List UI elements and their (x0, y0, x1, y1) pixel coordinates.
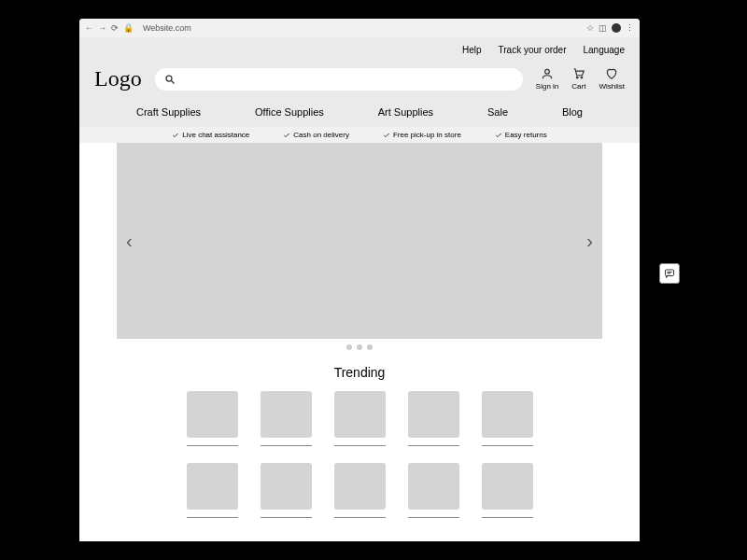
svg-point-0 (166, 76, 172, 81)
top-utility-bar: Help Track your order Language (79, 37, 640, 63)
product-label-placeholder (408, 517, 459, 518)
lock-icon: 🔒 (123, 23, 134, 33)
nav-blog[interactable]: Blog (562, 106, 583, 118)
benefit-cod: Cash on delivery (283, 131, 349, 139)
language-link[interactable]: Language (584, 45, 626, 55)
nav-sale[interactable]: Sale (487, 106, 508, 118)
product-card[interactable] (334, 463, 386, 518)
header: Logo Sign in Cart Wishlist (79, 63, 640, 101)
carousel-next-button[interactable]: › (586, 231, 593, 252)
benefit-bar: Live chat assistance Cash on delivery Fr… (79, 127, 640, 143)
product-label-placeholder (334, 445, 386, 446)
back-icon[interactable]: ← (85, 23, 93, 33)
svg-line-1 (171, 80, 174, 83)
chat-widget-button[interactable] (659, 263, 680, 284)
benefit-chat-label: Live chat assistance (182, 131, 249, 139)
menu-icon[interactable]: ⋮ (626, 23, 634, 33)
nav-craft-supplies[interactable]: Craft Supplies (136, 106, 201, 118)
cart-icon (572, 67, 585, 80)
product-image (261, 391, 312, 438)
track-order-link[interactable]: Track your order (499, 45, 567, 55)
hero-carousel: ‹ › (117, 143, 602, 339)
product-image (482, 391, 533, 438)
wishlist-button[interactable]: Wishlist (599, 67, 625, 91)
product-label-placeholder (482, 445, 533, 446)
product-label-placeholder (482, 517, 533, 518)
product-card[interactable] (482, 391, 533, 446)
signin-label: Sign in (536, 82, 558, 91)
product-image (334, 463, 386, 510)
check-icon (283, 132, 290, 139)
svg-point-3 (576, 77, 578, 78)
benefit-chat: Live chat assistance (172, 131, 249, 139)
nav-art-supplies[interactable]: Art Supplies (378, 106, 433, 118)
product-card[interactable] (187, 463, 238, 518)
carousel-dot[interactable] (346, 344, 352, 350)
heart-icon (605, 67, 618, 80)
product-image (334, 391, 386, 438)
cart-button[interactable]: Cart (571, 67, 585, 91)
product-label-placeholder (187, 517, 238, 518)
reload-icon[interactable]: ⟳ (111, 23, 119, 33)
product-image (482, 463, 533, 510)
benefit-returns-label: Easy returns (505, 131, 547, 139)
cart-label: Cart (571, 82, 585, 91)
product-card[interactable] (408, 463, 459, 518)
chat-icon (664, 268, 675, 279)
svg-point-4 (581, 77, 583, 78)
search-input[interactable] (155, 68, 523, 91)
product-image (408, 463, 459, 510)
product-card[interactable] (187, 391, 238, 446)
carousel-prev-button[interactable]: ‹ (126, 231, 133, 252)
product-card[interactable] (408, 391, 459, 446)
product-label-placeholder (187, 445, 238, 446)
check-icon (383, 132, 390, 139)
user-icon (541, 67, 554, 80)
benefit-pickup-label: Free pick-up in store (393, 131, 461, 139)
product-image (187, 391, 238, 438)
main-nav: Craft Supplies Office Supplies Art Suppl… (79, 101, 640, 127)
check-icon (495, 132, 502, 139)
product-image (261, 463, 312, 510)
logo[interactable]: Logo (94, 66, 142, 91)
signin-button[interactable]: Sign in (536, 67, 558, 91)
benefit-cod-label: Cash on delivery (293, 131, 349, 139)
star-icon[interactable]: ☆ (586, 23, 594, 33)
trending-row-2 (79, 463, 640, 518)
help-link[interactable]: Help (462, 45, 482, 55)
carousel-dots (79, 344, 640, 350)
svg-rect-5 (666, 270, 674, 276)
browser-chrome: ← → ⟳ 🔒 Website.com ☆ ◫ ⋮ (79, 19, 640, 37)
search-icon (164, 74, 176, 85)
check-icon (172, 132, 179, 139)
product-image (408, 391, 459, 438)
trending-heading: Trending (79, 365, 640, 380)
product-card[interactable] (261, 463, 312, 518)
product-label-placeholder (261, 445, 312, 446)
wishlist-label: Wishlist (599, 82, 625, 91)
product-card[interactable] (334, 391, 386, 446)
nav-office-supplies[interactable]: Office Supplies (255, 106, 324, 118)
product-image (187, 463, 238, 510)
carousel-dot[interactable] (357, 344, 362, 350)
trending-row-1 (79, 391, 640, 446)
benefit-pickup: Free pick-up in store (383, 131, 461, 139)
extension-icon[interactable]: ◫ (599, 23, 607, 33)
forward-icon[interactable]: → (98, 23, 106, 33)
product-label-placeholder (334, 517, 386, 518)
product-label-placeholder (261, 517, 312, 518)
carousel-dot[interactable] (367, 344, 373, 350)
avatar-icon[interactable] (612, 23, 621, 33)
svg-point-2 (545, 69, 550, 74)
product-card[interactable] (261, 391, 312, 446)
product-card[interactable] (482, 463, 533, 518)
benefit-returns: Easy returns (495, 131, 547, 139)
url-text[interactable]: Website.com (143, 23, 581, 33)
product-label-placeholder (408, 445, 459, 446)
